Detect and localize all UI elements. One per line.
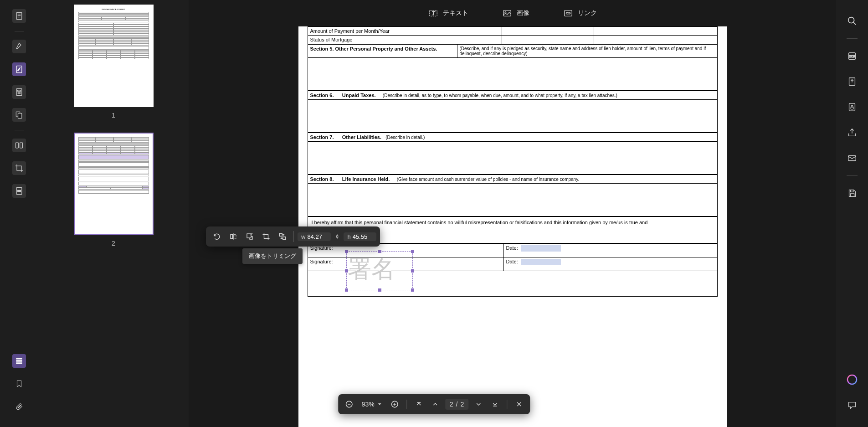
section6-body[interactable] xyxy=(308,100,718,133)
insert-text-button[interactable]: T テキスト xyxy=(423,5,474,21)
date2-field[interactable] xyxy=(521,259,561,265)
next-page-button[interactable] xyxy=(472,398,485,411)
svg-rect-27 xyxy=(279,233,282,236)
convert-icon[interactable] xyxy=(846,75,858,88)
top-insert-toolbar: T テキスト 画像 リンク xyxy=(189,0,836,26)
section7-body[interactable] xyxy=(308,142,718,175)
insert-image-label: 画像 xyxy=(517,9,529,17)
height-input-group: h xyxy=(344,232,376,241)
height-input[interactable] xyxy=(353,233,373,240)
svg-rect-23 xyxy=(231,235,233,239)
section7-num: Section 7. xyxy=(310,134,334,140)
view-mode-icon[interactable] xyxy=(12,9,26,23)
insert-link-label: リンク xyxy=(578,9,597,17)
insert-image-button[interactable]: 画像 xyxy=(497,5,535,21)
thumbnail-panel: PERSONAL FINANCIAL STATEMENT 1 xyxy=(38,0,189,427)
svg-point-38 xyxy=(848,17,854,23)
flip-horizontal-icon[interactable] xyxy=(226,229,241,244)
share-icon[interactable] xyxy=(846,126,858,139)
right-tool-sidebar: OCR xyxy=(836,0,868,427)
section5-desc: (Describe, and if any is pledged as secu… xyxy=(457,45,717,58)
svg-rect-6 xyxy=(18,90,21,92)
comment-icon[interactable] xyxy=(846,399,858,412)
zoom-out-button[interactable] xyxy=(343,398,355,411)
redact-icon[interactable] xyxy=(12,184,26,198)
replace-image-icon[interactable] xyxy=(275,229,290,244)
lock-ratio-icon[interactable] xyxy=(333,229,342,244)
ai-assistant-icon[interactable] xyxy=(846,373,858,386)
email-icon[interactable] xyxy=(846,152,858,165)
width-label: w xyxy=(301,233,305,240)
section8-num: Section 8. xyxy=(310,176,334,182)
crop-tool-icon[interactable] xyxy=(12,161,26,175)
svg-rect-24 xyxy=(234,235,236,239)
date2-label: Date: xyxy=(506,259,518,264)
thumbnails-panel-icon[interactable] xyxy=(12,354,26,368)
section8-desc: (Give face amount and cash surrender val… xyxy=(397,177,580,182)
compare-icon[interactable] xyxy=(12,139,26,152)
page-number-display[interactable]: 2 / 2 xyxy=(445,399,468,410)
svg-rect-12 xyxy=(20,143,23,148)
close-toolbar-button[interactable] xyxy=(513,398,525,411)
page-thumbnail-2[interactable] xyxy=(74,133,154,235)
svg-rect-17 xyxy=(16,362,22,364)
svg-rect-26 xyxy=(247,234,251,238)
svg-rect-46 xyxy=(850,190,853,192)
width-input[interactable] xyxy=(307,233,327,240)
left-tool-sidebar xyxy=(0,0,38,427)
svg-rect-44 xyxy=(851,107,853,109)
section6-num: Section 6. xyxy=(310,93,334,98)
svg-line-39 xyxy=(853,22,856,25)
highlighter-icon[interactable] xyxy=(12,40,26,53)
prev-page-button[interactable] xyxy=(429,398,442,411)
svg-rect-11 xyxy=(16,143,19,148)
svg-rect-0 xyxy=(16,13,22,20)
save-icon[interactable] xyxy=(846,187,858,200)
svg-rect-28 xyxy=(283,237,286,240)
svg-rect-15 xyxy=(16,358,22,359)
page-thumbnail-1[interactable]: PERSONAL FINANCIAL STATEMENT xyxy=(74,5,154,107)
svg-rect-45 xyxy=(848,156,856,161)
zoom-in-button[interactable] xyxy=(388,398,401,411)
chevron-down-icon xyxy=(377,402,382,406)
width-input-group: w xyxy=(298,232,331,241)
rotate-left-icon[interactable] xyxy=(210,229,224,244)
thumbnail-label-2: 2 xyxy=(47,240,180,247)
bottom-navigation-toolbar: 93% 2 / 2 xyxy=(338,394,530,414)
section8-title: Life Insurance Held. xyxy=(342,176,390,182)
first-page-button[interactable] xyxy=(412,398,425,411)
svg-rect-22 xyxy=(564,10,572,16)
svg-rect-10 xyxy=(18,113,22,118)
section7-desc: (Describe in detail.) xyxy=(385,135,425,140)
svg-text:OCR: OCR xyxy=(849,55,856,58)
section5-body[interactable] xyxy=(308,58,718,91)
svg-point-21 xyxy=(504,12,506,13)
section8-body[interactable] xyxy=(308,184,718,216)
svg-rect-16 xyxy=(16,360,22,361)
section6-desc: (Describe in detail, as to type, to whom… xyxy=(383,93,617,98)
form-cell: Status of Mortgage xyxy=(308,36,408,44)
svg-rect-14 xyxy=(18,190,21,191)
height-label: h xyxy=(347,233,350,240)
section5-title: Section 5. Other Personal Property and O… xyxy=(308,45,457,58)
insert-text-label: テキスト xyxy=(443,9,468,17)
protect-icon[interactable] xyxy=(846,101,858,113)
zoom-level-display[interactable]: 93% xyxy=(359,401,385,408)
form-tool-icon[interactable] xyxy=(12,85,26,99)
section7-title: Other Liabilities. xyxy=(342,134,381,140)
bookmark-icon[interactable] xyxy=(12,377,26,391)
insert-link-button[interactable]: リンク xyxy=(558,5,602,21)
ocr-icon[interactable]: OCR xyxy=(846,50,858,62)
attachment-icon[interactable] xyxy=(12,400,26,413)
extract-image-icon[interactable] xyxy=(242,229,257,244)
edit-tool-icon[interactable] xyxy=(12,62,26,76)
date1-label: Date: xyxy=(506,245,518,251)
crop-tooltip: 画像をトリミング xyxy=(242,248,303,264)
page-organize-icon[interactable] xyxy=(12,108,26,122)
svg-rect-5 xyxy=(16,89,22,96)
date1-field[interactable] xyxy=(521,245,561,252)
search-icon[interactable] xyxy=(846,15,858,27)
crop-image-icon[interactable] xyxy=(259,229,273,244)
signature-image-content: 署名 xyxy=(348,253,395,285)
last-page-button[interactable] xyxy=(488,398,501,411)
